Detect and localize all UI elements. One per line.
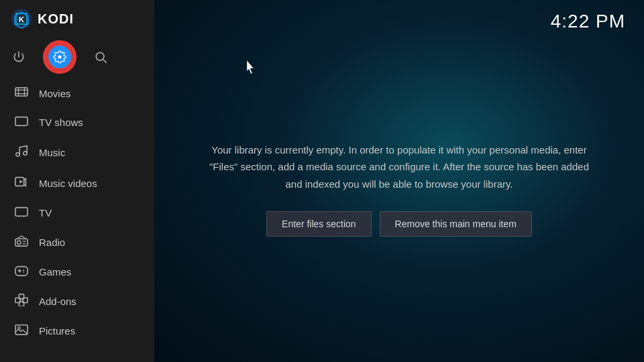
pictures-icon xyxy=(13,323,30,339)
sidebar: K KODI xyxy=(0,0,154,362)
sidebar-item-music[interactable]: Music xyxy=(0,137,154,168)
top-bar: 4:22 PM xyxy=(154,0,644,43)
svg-rect-7 xyxy=(15,88,28,97)
sidebar-item-add-ons[interactable]: Add-ons xyxy=(0,286,154,316)
add-ons-icon xyxy=(13,293,30,310)
svg-point-29 xyxy=(23,269,24,271)
remove-menu-item-button[interactable]: Remove this main menu item xyxy=(380,211,532,237)
music-icon xyxy=(13,143,30,162)
games-icon xyxy=(13,264,30,280)
sidebar-item-radio-label: Radio xyxy=(39,237,65,248)
app-title: KODI xyxy=(38,11,74,27)
content-center: Your library is currently empty. In orde… xyxy=(154,43,644,362)
sidebar-item-tv-shows-label: TV shows xyxy=(39,117,83,128)
sidebar-header: K KODI xyxy=(0,0,154,38)
sidebar-item-music-label: Music xyxy=(39,147,65,158)
power-button[interactable] xyxy=(5,44,32,70)
sidebar-item-pictures-label: Pictures xyxy=(39,325,75,337)
radio-icon xyxy=(13,234,30,251)
svg-point-30 xyxy=(23,272,24,273)
sidebar-item-tv[interactable]: TV xyxy=(0,198,154,227)
svg-point-16 xyxy=(16,153,20,157)
tv-icon xyxy=(13,205,30,221)
kodi-logo: K KODI xyxy=(11,8,74,29)
music-videos-icon xyxy=(13,175,30,192)
library-message: Your library is currently empty. In orde… xyxy=(208,141,590,193)
clock-display: 4:22 PM xyxy=(551,11,625,32)
svg-line-6 xyxy=(103,60,107,63)
svg-rect-12 xyxy=(15,117,28,126)
sidebar-item-add-ons-label: Add-ons xyxy=(39,296,76,307)
sidebar-item-games-label: Games xyxy=(39,266,71,278)
settings-button-wrapper xyxy=(43,40,76,74)
movies-icon xyxy=(13,86,30,101)
svg-text:K: K xyxy=(19,15,24,23)
kodi-logo-icon: K xyxy=(11,8,32,29)
sidebar-item-games[interactable]: Games xyxy=(0,257,154,286)
sidebar-icons-row xyxy=(0,38,154,79)
tv-shows-icon xyxy=(13,115,30,130)
sidebar-item-radio[interactable]: Radio xyxy=(0,227,154,257)
power-icon xyxy=(12,50,25,64)
settings-button[interactable] xyxy=(46,44,73,70)
sidebar-item-movies-label: Movies xyxy=(39,88,71,99)
sidebar-item-music-videos-label: Music videos xyxy=(39,178,97,189)
settings-icon xyxy=(53,50,66,64)
sidebar-item-tv-label: TV xyxy=(39,207,52,219)
sidebar-item-pictures[interactable]: Pictures xyxy=(0,316,154,345)
sidebar-nav: Movies TV shows xyxy=(0,79,154,345)
svg-point-24 xyxy=(17,241,21,244)
sidebar-item-movies[interactable]: Movies xyxy=(0,79,154,108)
action-buttons: Enter files section Remove this main men… xyxy=(266,211,532,237)
enter-files-section-button[interactable]: Enter files section xyxy=(266,211,372,237)
search-button[interactable] xyxy=(87,44,114,70)
search-icon xyxy=(94,50,107,64)
main-content: 4:22 PM Your library is currently empty.… xyxy=(154,0,644,362)
sidebar-item-music-videos[interactable]: Music videos xyxy=(0,168,154,198)
svg-point-4 xyxy=(58,56,62,59)
sidebar-item-tv-shows[interactable]: TV shows xyxy=(0,108,154,137)
svg-rect-19 xyxy=(15,208,28,217)
